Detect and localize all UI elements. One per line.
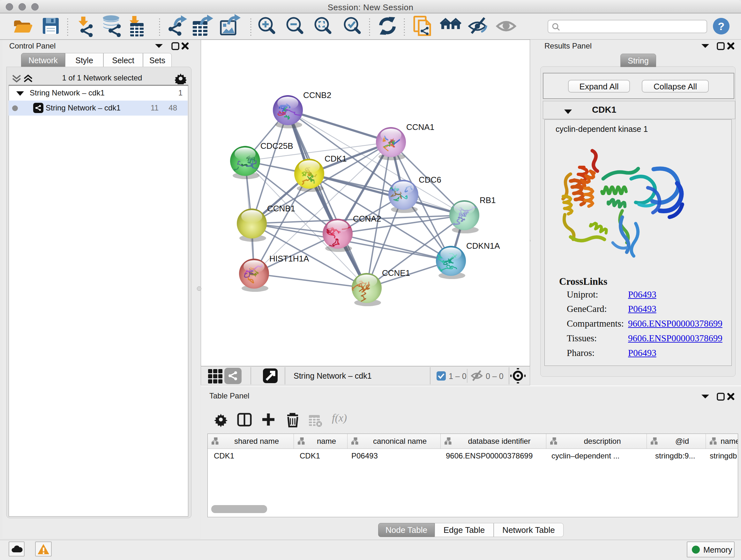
svg-text:CDKN1A: CDKN1A	[466, 241, 500, 251]
svg-text:CCNE1: CCNE1	[382, 268, 410, 278]
svg-text:CCNB2: CCNB2	[303, 90, 331, 100]
svg-text:CCNB1: CCNB1	[267, 204, 295, 213]
svg-text:CCNA2: CCNA2	[353, 214, 381, 224]
svg-text:CDC6: CDC6	[419, 175, 441, 185]
svg-text:HIST1H1A: HIST1H1A	[269, 254, 309, 263]
svg-text:CDK1: CDK1	[325, 154, 347, 164]
svg-text:CCNA1: CCNA1	[406, 122, 434, 132]
svg-text:CDC25B: CDC25B	[260, 141, 293, 151]
svg-text:RB1: RB1	[480, 195, 496, 205]
